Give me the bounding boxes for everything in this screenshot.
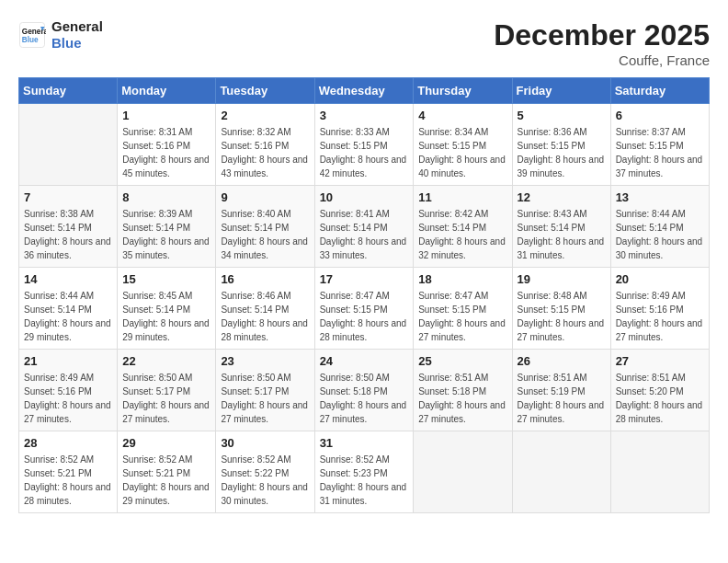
day-info: Sunrise: 8:44 AMSunset: 5:14 PMDaylight:… (616, 207, 704, 262)
day-info: Sunrise: 8:42 AMSunset: 5:14 PMDaylight:… (418, 207, 506, 262)
weekday-header-saturday: Saturday (610, 78, 709, 104)
day-number: 8 (122, 190, 210, 204)
calendar-table: SundayMondayTuesdayWednesdayThursdayFrid… (18, 77, 710, 513)
day-number: 19 (518, 272, 606, 286)
day-number: 1 (122, 109, 210, 122)
day-number: 11 (418, 190, 506, 204)
calendar-cell: 11Sunrise: 8:42 AMSunset: 5:14 PMDayligh… (414, 186, 512, 268)
calendar-cell: 8Sunrise: 8:39 AMSunset: 5:14 PMDaylight… (118, 186, 216, 268)
day-info: Sunrise: 8:52 AMSunset: 5:22 PMDaylight:… (221, 453, 309, 508)
calendar-cell: 12Sunrise: 8:43 AMSunset: 5:14 PMDayligh… (512, 186, 610, 268)
day-info: Sunrise: 8:52 AMSunset: 5:23 PMDaylight:… (320, 453, 409, 508)
calendar-cell: 27Sunrise: 8:51 AMSunset: 5:20 PMDayligh… (610, 350, 709, 431)
weekday-header-wednesday: Wednesday (314, 78, 414, 104)
calendar-cell: 30Sunrise: 8:52 AMSunset: 5:22 PMDayligh… (216, 431, 314, 513)
day-number: 27 (616, 354, 704, 368)
title-block: December 2025 Couffe, France (494, 18, 710, 68)
day-number: 5 (518, 109, 606, 122)
day-number: 2 (221, 109, 309, 122)
day-number: 4 (418, 109, 506, 122)
calendar-cell: 7Sunrise: 8:38 AMSunset: 5:14 PMDaylight… (19, 186, 118, 268)
day-info: Sunrise: 8:41 AMSunset: 5:14 PMDaylight:… (320, 207, 409, 262)
day-number: 29 (122, 436, 210, 450)
calendar-cell: 3Sunrise: 8:33 AMSunset: 5:15 PMDaylight… (314, 104, 414, 186)
day-number: 28 (24, 436, 112, 450)
day-info: Sunrise: 8:49 AMSunset: 5:16 PMDaylight:… (616, 289, 704, 344)
weekday-header-tuesday: Tuesday (216, 78, 314, 104)
calendar-cell: 13Sunrise: 8:44 AMSunset: 5:14 PMDayligh… (610, 186, 709, 268)
week-row-2: 7Sunrise: 8:38 AMSunset: 5:14 PMDaylight… (19, 186, 710, 268)
day-number: 23 (221, 354, 309, 368)
day-number: 24 (320, 354, 409, 368)
calendar-cell (19, 104, 118, 186)
calendar-cell: 16Sunrise: 8:46 AMSunset: 5:14 PMDayligh… (216, 268, 314, 350)
day-info: Sunrise: 8:37 AMSunset: 5:15 PMDaylight:… (616, 125, 704, 180)
day-number: 13 (616, 190, 704, 204)
location: Couffe, France (494, 52, 710, 68)
day-info: Sunrise: 8:50 AMSunset: 5:18 PMDaylight:… (320, 371, 409, 426)
calendar-cell: 23Sunrise: 8:50 AMSunset: 5:17 PMDayligh… (216, 350, 314, 431)
calendar-cell: 5Sunrise: 8:36 AMSunset: 5:15 PMDaylight… (512, 104, 610, 186)
day-number: 14 (24, 272, 112, 286)
week-row-5: 28Sunrise: 8:52 AMSunset: 5:21 PMDayligh… (19, 431, 710, 513)
week-row-1: 1Sunrise: 8:31 AMSunset: 5:16 PMDaylight… (19, 104, 710, 186)
calendar-cell: 10Sunrise: 8:41 AMSunset: 5:14 PMDayligh… (314, 186, 414, 268)
day-number: 20 (616, 272, 704, 286)
week-row-4: 21Sunrise: 8:49 AMSunset: 5:16 PMDayligh… (19, 350, 710, 431)
day-number: 15 (122, 272, 210, 286)
calendar-cell: 25Sunrise: 8:51 AMSunset: 5:18 PMDayligh… (414, 350, 512, 431)
day-number: 3 (320, 109, 409, 122)
day-info: Sunrise: 8:46 AMSunset: 5:14 PMDaylight:… (221, 289, 309, 344)
day-info: Sunrise: 8:48 AMSunset: 5:15 PMDaylight:… (518, 289, 606, 344)
calendar-cell: 29Sunrise: 8:52 AMSunset: 5:21 PMDayligh… (118, 431, 216, 513)
day-number: 9 (221, 190, 309, 204)
day-info: Sunrise: 8:38 AMSunset: 5:14 PMDaylight:… (24, 207, 112, 262)
day-info: Sunrise: 8:49 AMSunset: 5:16 PMDaylight:… (24, 371, 112, 426)
calendar-cell: 19Sunrise: 8:48 AMSunset: 5:15 PMDayligh… (512, 268, 610, 350)
calendar-cell (512, 431, 610, 513)
day-info: Sunrise: 8:51 AMSunset: 5:19 PMDaylight:… (518, 371, 606, 426)
day-info: Sunrise: 8:45 AMSunset: 5:14 PMDaylight:… (122, 289, 210, 344)
day-info: Sunrise: 8:34 AMSunset: 5:15 PMDaylight:… (418, 125, 506, 180)
svg-text:Blue: Blue (22, 36, 39, 44)
day-info: Sunrise: 8:47 AMSunset: 5:15 PMDaylight:… (320, 289, 409, 344)
day-number: 18 (418, 272, 506, 286)
calendar-cell: 22Sunrise: 8:50 AMSunset: 5:17 PMDayligh… (118, 350, 216, 431)
day-info: Sunrise: 8:52 AMSunset: 5:21 PMDaylight:… (122, 453, 210, 508)
day-number: 17 (320, 272, 409, 286)
weekday-header-sunday: Sunday (19, 78, 118, 104)
calendar-cell: 26Sunrise: 8:51 AMSunset: 5:19 PMDayligh… (512, 350, 610, 431)
calendar-cell (610, 431, 709, 513)
day-number: 6 (616, 109, 704, 122)
calendar-cell: 24Sunrise: 8:50 AMSunset: 5:18 PMDayligh… (314, 350, 414, 431)
day-info: Sunrise: 8:39 AMSunset: 5:14 PMDaylight:… (122, 207, 210, 262)
day-number: 7 (24, 190, 112, 204)
calendar-cell: 2Sunrise: 8:32 AMSunset: 5:16 PMDaylight… (216, 104, 314, 186)
day-info: Sunrise: 8:51 AMSunset: 5:18 PMDaylight:… (418, 371, 506, 426)
day-number: 25 (418, 354, 506, 368)
calendar-cell: 4Sunrise: 8:34 AMSunset: 5:15 PMDaylight… (414, 104, 512, 186)
calendar-cell: 28Sunrise: 8:52 AMSunset: 5:21 PMDayligh… (19, 431, 118, 513)
logo-general: General (51, 18, 103, 35)
calendar-cell (414, 431, 512, 513)
day-info: Sunrise: 8:47 AMSunset: 5:15 PMDaylight:… (418, 289, 506, 344)
day-info: Sunrise: 8:44 AMSunset: 5:14 PMDaylight:… (24, 289, 112, 344)
month-title: December 2025 (494, 18, 710, 52)
calendar-cell: 15Sunrise: 8:45 AMSunset: 5:14 PMDayligh… (118, 268, 216, 350)
day-info: Sunrise: 8:33 AMSunset: 5:15 PMDaylight:… (320, 125, 409, 180)
day-number: 22 (122, 354, 210, 368)
logo-icon: General Blue (18, 21, 46, 49)
calendar-cell: 31Sunrise: 8:52 AMSunset: 5:23 PMDayligh… (314, 431, 414, 513)
day-number: 12 (518, 190, 606, 204)
day-info: Sunrise: 8:51 AMSunset: 5:20 PMDaylight:… (616, 371, 704, 426)
weekday-header-friday: Friday (512, 78, 610, 104)
calendar-cell: 18Sunrise: 8:47 AMSunset: 5:15 PMDayligh… (414, 268, 512, 350)
weekday-header-thursday: Thursday (414, 78, 512, 104)
day-number: 30 (221, 436, 309, 450)
calendar-cell: 17Sunrise: 8:47 AMSunset: 5:15 PMDayligh… (314, 268, 414, 350)
weekday-header-row: SundayMondayTuesdayWednesdayThursdayFrid… (19, 78, 710, 104)
day-info: Sunrise: 8:40 AMSunset: 5:14 PMDaylight:… (221, 207, 309, 262)
day-number: 31 (320, 436, 409, 450)
day-number: 21 (24, 354, 112, 368)
day-info: Sunrise: 8:50 AMSunset: 5:17 PMDaylight:… (221, 371, 309, 426)
